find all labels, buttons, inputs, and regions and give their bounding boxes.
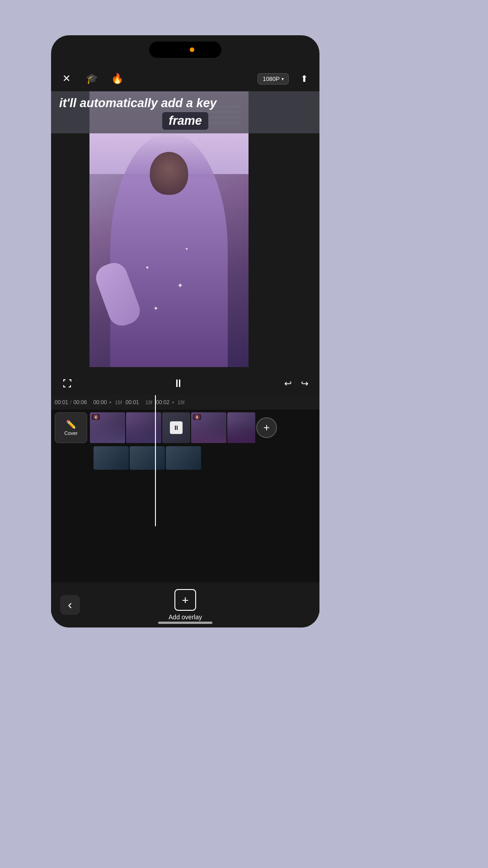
clips-row: ✏️ Cover 🔇 [51,410,319,446]
fullscreen-button[interactable] [60,376,75,391]
resolution-button[interactable]: 1080P ▾ [258,73,289,85]
fire-button[interactable]: 🔥 [109,71,125,87]
overlay-content-3 [166,446,201,470]
back-button[interactable]: ‹ [60,595,80,615]
clip-gradient-5 [227,421,255,443]
pause-button[interactable]: ⏸ [169,374,188,392]
overlay-clips-row [90,446,319,473]
export-button[interactable]: ⬆ [296,71,312,87]
timeline-area: 00:01 / 00:06 00:00 15f 00:01 15f 00:02 … [51,395,319,526]
sparkle-4: ✦ [153,305,159,312]
time-02: 00:02 [156,399,169,406]
time-dot-2 [172,401,174,403]
audio-icon-1: 🔇 [92,414,100,420]
clips-strip: 🔇 ⏸ [90,412,316,443]
playhead [155,395,156,526]
camera-dot [190,47,194,52]
overlay-clip-3[interactable] [166,446,201,470]
time-15f-3: 15f [178,400,184,405]
video-preview: ✦ ✦ ✦ ✦ [89,91,249,367]
clip-thumb-1[interactable]: 🔇 [90,412,125,443]
sparkle-2: ✦ [177,281,183,290]
top-toolbar: ✕ 🎓 🔥 1080P ▾ ⬆ [51,66,319,91]
clip-content-1: 🔇 [90,412,125,443]
overlay-content-2 [130,446,165,470]
clip-thumb-5[interactable] [227,412,255,443]
dynamic-island [149,42,221,58]
time-separator: / [70,399,71,406]
sparkle-3: ✦ [185,246,188,251]
toolbar-left: ✕ 🎓 🔥 [58,71,258,87]
clip-thumb-2[interactable] [126,412,161,443]
pause-indicator: ⏸ [170,421,183,434]
time-ruler: 00:01 / 00:06 00:00 15f 00:01 15f 00:02 … [51,395,319,410]
cover-edit-icon: ✏️ [66,420,76,429]
overlay-clip-2[interactable] [130,446,165,470]
clip-gradient-2 [126,421,161,443]
add-overlay-plus-icon: + [174,589,196,611]
add-overlay-label: Add overlay [169,613,202,621]
time-01: 00:01 [126,399,139,406]
add-clip-button[interactable]: + [256,417,277,438]
learn-button[interactable]: 🎓 [84,71,100,87]
time-15f-1: 15f [115,400,122,405]
clip-content-5 [227,412,255,443]
clip-thumb-4[interactable]: 🔇 [191,412,226,443]
sparkle-1: ✦ [145,264,150,271]
home-indicator [158,622,212,624]
phone-container: ✕ 🎓 🔥 1080P ▾ ⬆ it'll automatically add … [51,35,319,627]
time-dot-1 [109,401,111,403]
audio-icon-4: 🔇 [193,414,201,420]
clip-content-4: 🔇 [191,412,226,443]
undo-redo-group: ↩ ↪ [282,376,310,391]
close-button[interactable]: ✕ [58,71,75,87]
playback-controls: ⏸ ↩ ↪ [51,372,319,395]
overlay-content-1 [94,446,129,470]
time-current: 00:01 [55,399,68,406]
clip-gradient-4 [191,421,226,443]
overlay-clip-1[interactable] [94,446,129,470]
clip-content-2 [126,412,161,443]
clip-thumb-3[interactable]: ⏸ [162,412,190,443]
toolbar-right: 1080P ▾ ⬆ [258,71,312,87]
redo-button[interactable]: ↪ [299,376,310,391]
time-15f-2: 15f [145,400,152,405]
cover-label: Cover [64,430,77,436]
undo-button[interactable]: ↩ [282,376,294,391]
video-person-head [150,152,188,195]
time-total: 00:06 [73,399,87,406]
clip-gradient-1 [90,421,125,443]
cover-button[interactable]: ✏️ Cover [55,412,87,443]
add-overlay-button[interactable]: + Add overlay [169,589,202,621]
video-bg: ✦ ✦ ✦ ✦ [89,91,249,367]
time-zero: 00:00 [93,399,107,406]
